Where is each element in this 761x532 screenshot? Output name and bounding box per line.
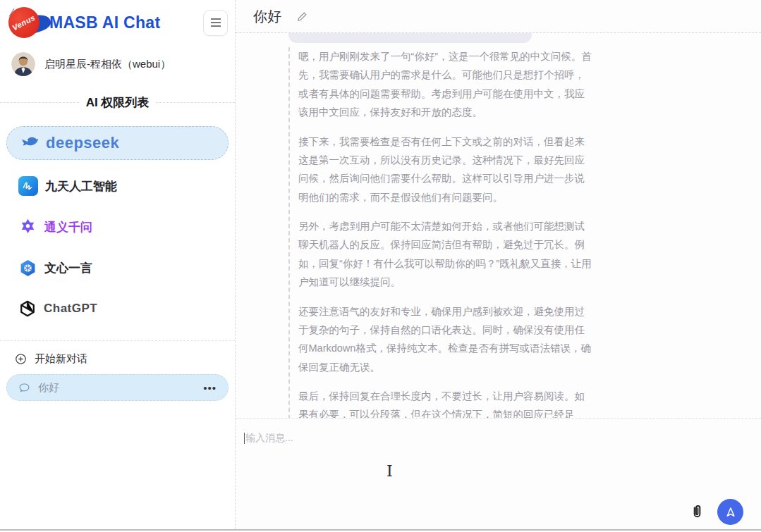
sidebar-header: Venus MASB AI Chat xyxy=(0,0,235,44)
conversation-title: 你好 xyxy=(38,381,59,395)
more-options-icon[interactable]: ••• xyxy=(203,382,217,394)
assistant-message: 嗯，用户刚刚发来了一句“你好”，这是一个很常见的中文问候。首先，我需要确认用户的… xyxy=(288,47,593,418)
attach-file-button[interactable] xyxy=(689,504,705,520)
thinking-paragraph: 接下来，我需要检查是否有任何上下文或之前的对话，但看起来这是第一次互动，所以没有… xyxy=(298,132,593,207)
logo-text: Venus xyxy=(11,13,37,32)
chat-bubble-icon xyxy=(18,382,30,394)
send-arrow-icon xyxy=(724,506,737,519)
chat-panel: 你好 嗯，用户刚刚发来了一句“你好”，这是一个很常见的中文问候。首先，我需要确认… xyxy=(236,0,761,529)
model-label: 九天人工智能 xyxy=(45,178,117,194)
plus-circle-icon xyxy=(15,353,27,365)
hamburger-icon xyxy=(210,18,221,27)
user-message-bubble xyxy=(288,33,532,43)
avatar-photo-icon xyxy=(11,52,35,76)
model-item-qwen[interactable]: 通义千问 xyxy=(6,216,229,237)
qwen-icon xyxy=(18,218,37,237)
text-caret xyxy=(244,433,245,444)
app-title: MASB AI Chat xyxy=(49,13,160,32)
model-item-chatgpt[interactable]: ChatGPT xyxy=(6,298,229,319)
divider-line xyxy=(156,102,235,103)
thinking-paragraph: 嗯，用户刚刚发来了一句“你好”，这是一个很常见的中文问候。首先，我需要确认用户的… xyxy=(298,47,593,122)
new-chat-label: 开始新对话 xyxy=(35,352,87,366)
chatgpt-icon xyxy=(18,299,37,318)
logo-ball: Venus xyxy=(8,7,39,38)
sidebar-collapse-button[interactable] xyxy=(203,10,228,36)
model-list: deepseek 九天人工智能 通义千问 xyxy=(0,111,235,339)
model-label: 文心一言 xyxy=(44,260,92,276)
model-item-jiutian[interactable]: 九天人工智能 xyxy=(6,175,229,197)
chat-title: 你好 xyxy=(253,7,281,26)
user-profile: 启明星辰-程相依（webui） xyxy=(0,44,235,83)
deepseek-whale-icon xyxy=(19,132,40,154)
model-item-deepseek[interactable]: deepseek xyxy=(6,126,229,160)
message-input[interactable] xyxy=(236,419,761,529)
divider-line xyxy=(0,102,79,103)
edit-title-icon[interactable] xyxy=(297,11,308,22)
model-label: 通义千问 xyxy=(44,219,92,235)
app-window: Venus MASB AI Chat 启明星辰-程相依（web xyxy=(0,0,761,531)
sidebar: Venus MASB AI Chat 启明星辰-程相依（web xyxy=(0,0,236,529)
thinking-block: 嗯，用户刚刚发来了一句“你好”，这是一个很常见的中文问候。首先，我需要确认用户的… xyxy=(298,47,593,418)
conversation-item[interactable]: 你好 ••• xyxy=(6,374,229,401)
paperclip-icon xyxy=(689,504,705,520)
message-list[interactable]: 嗯，用户刚刚发来了一句“你好”，这是一个很常见的中文问候。首先，我需要确认用户的… xyxy=(236,33,761,418)
model-item-ernie[interactable]: 文心一言 xyxy=(6,257,229,278)
user-avatar xyxy=(11,52,35,76)
model-label: deepseek xyxy=(46,134,119,152)
permission-section-title: AI 权限列表 xyxy=(0,94,235,111)
chat-header: 你好 xyxy=(236,0,761,33)
ernie-cube-icon xyxy=(18,259,37,278)
section-title-text: AI 权限列表 xyxy=(86,94,150,111)
thinking-paragraph: 另外，考虑到用户可能不太清楚如何开始，或者他们可能想测试聊天机器人的反应。保持回… xyxy=(298,217,593,292)
send-button[interactable] xyxy=(717,499,743,525)
new-chat-button[interactable]: 开始新对话 xyxy=(0,341,235,366)
composer-actions xyxy=(689,499,743,525)
thinking-paragraph: 还要注意语气的友好和专业，确保用户感到被欢迎，避免使用过于复杂的句子，保持自然的… xyxy=(298,302,593,377)
thinking-paragraph: 最后，保持回复在合理长度内，不要过长，让用户容易阅读。如果有必要，可以分段落，但… xyxy=(298,387,593,418)
jiutian-icon xyxy=(18,176,38,196)
user-name: 启明星辰-程相依（webui） xyxy=(44,58,171,71)
composer: I xyxy=(236,418,761,529)
model-label: ChatGPT xyxy=(44,302,97,316)
venus-logo-icon: Venus xyxy=(3,4,48,41)
